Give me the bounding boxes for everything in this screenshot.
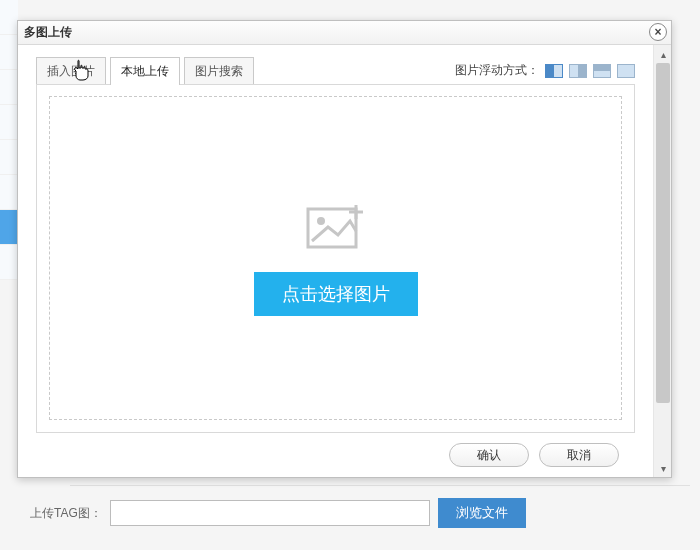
float-style-label: 图片浮动方式： [455,62,539,79]
scrollbar-thumb[interactable] [656,63,670,403]
scrollbar[interactable]: ▴ ▾ [653,45,671,477]
svg-point-1 [317,217,325,225]
dialog-footer: 确认 取消 [36,433,635,477]
upload-panel: 点击选择图片 [36,84,635,433]
background-sidebar [0,0,18,550]
browse-file-button[interactable]: 浏览文件 [438,498,526,528]
ok-button[interactable]: 确认 [449,443,529,467]
image-placeholder-icon [306,201,366,254]
float-style-default-icon[interactable] [545,64,563,78]
scrollbar-up-icon[interactable]: ▴ [654,45,671,63]
tab-insert-image[interactable]: 插入图片 [36,57,106,84]
svg-rect-0 [308,209,356,247]
multi-upload-dialog: 多图上传 × 插入图片 本地上传 图片搜索 图片浮动方式： [17,20,672,478]
float-style-center-icon[interactable] [617,64,635,78]
upload-dropzone[interactable]: 点击选择图片 [49,96,622,420]
dialog-title: 多图上传 [24,24,72,41]
close-icon[interactable]: × [649,23,667,41]
scrollbar-down-icon[interactable]: ▾ [654,459,671,477]
divider [70,485,690,486]
choose-image-button[interactable]: 点击选择图片 [254,272,418,316]
float-style-right-icon[interactable] [593,64,611,78]
tab-local-upload[interactable]: 本地上传 [110,57,180,85]
tab-image-search[interactable]: 图片搜索 [184,57,254,84]
dialog-header: 多图上传 × [18,21,671,45]
upload-tag-input[interactable] [110,500,430,526]
upload-tag-label: 上传TAG图： [30,505,102,522]
upload-tag-row: 上传TAG图： 浏览文件 [30,498,526,528]
float-style-left-icon[interactable] [569,64,587,78]
tabs-row: 插入图片 本地上传 图片搜索 图片浮动方式： [36,57,635,85]
cancel-button[interactable]: 取消 [539,443,619,467]
